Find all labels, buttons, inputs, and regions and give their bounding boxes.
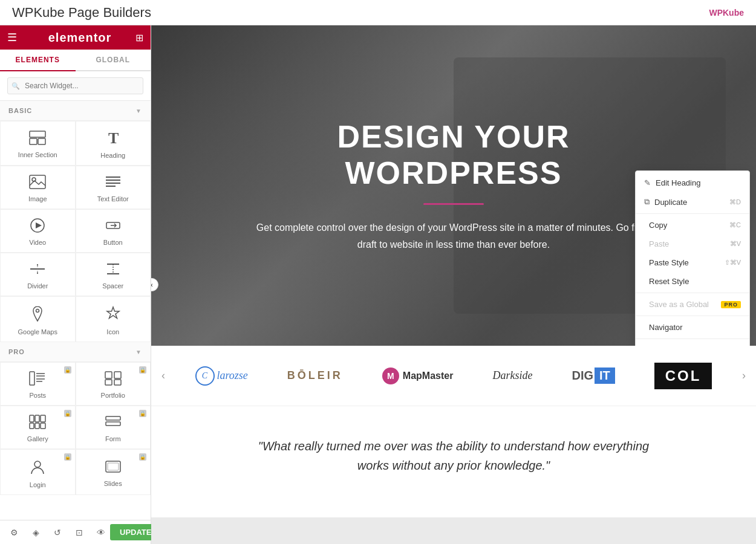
copy-shortcut: ⌘C (729, 221, 741, 229)
spacer-icon (105, 262, 122, 279)
widget-label-google-maps: Google Maps (18, 328, 57, 335)
hero-title: DESIGN YOUR WORDPRESS (248, 118, 659, 191)
context-menu-duplicate[interactable]: ⧉ Duplicate ⌘D (636, 192, 749, 212)
menu-divider-1 (636, 213, 749, 214)
heading-icon: T (106, 130, 120, 148)
logos-prev-button[interactable]: ‹ (151, 346, 175, 406)
svg-marker-15 (37, 264, 38, 268)
login-icon (29, 458, 46, 478)
widget-search-container (0, 71, 151, 101)
history-button[interactable]: ↺ (48, 523, 67, 542)
tab-global[interactable]: GLOBAL (76, 50, 151, 70)
pro-widgets-grid: 🔒 Posts 🔒 (0, 362, 151, 495)
svg-rect-36 (106, 416, 120, 420)
widget-label-inner-section: Inner Section (18, 151, 57, 158)
svg-rect-35 (41, 423, 45, 429)
logos-next-button[interactable]: › (732, 346, 756, 406)
section-header-pro[interactable]: PRO ▼ (0, 342, 151, 362)
tab-elements[interactable]: ELEMENTS (0, 50, 76, 71)
widget-label-posts: Posts (29, 392, 46, 399)
widget-text-editor[interactable]: Text Editor (76, 166, 151, 209)
context-menu-edit-heading[interactable]: ✎ Edit Heading (636, 173, 749, 192)
svg-marker-16 (37, 270, 38, 274)
slides-icon (105, 459, 122, 476)
hero-content: DESIGN YOUR WORDPRESS Get complete contr… (224, 82, 683, 288)
section-label-basic: BASIC (8, 107, 32, 114)
google-maps-icon (30, 305, 45, 325)
logo-col-text: COL (654, 363, 712, 389)
elementor-logo: elementor (24, 31, 135, 45)
menu-icon[interactable]: ☰ (7, 31, 17, 44)
widget-slides[interactable]: 🔒 Slides (76, 449, 151, 495)
svg-rect-1 (30, 138, 37, 144)
svg-rect-40 (108, 463, 119, 470)
context-menu-delete[interactable]: 🗑 Delete ⌦ (636, 341, 749, 346)
widget-google-maps[interactable]: Google Maps (0, 296, 76, 342)
icon-widget-icon (105, 305, 122, 325)
widget-button[interactable]: Button (76, 209, 151, 253)
duplicate-icon: ⧉ (644, 197, 650, 207)
widget-label-login: Login (30, 481, 46, 488)
widget-heading[interactable]: T Heading (76, 121, 151, 166)
paste-label: Paste (649, 239, 669, 248)
context-menu-paste: Paste ⌘V (636, 235, 749, 253)
widget-label-image: Image (28, 195, 47, 202)
logo-boleir: BŌLEIR (287, 358, 343, 394)
widget-label-icon: Icon (106, 328, 119, 335)
svg-rect-4 (30, 175, 45, 189)
menu-divider-2 (636, 293, 749, 293)
responsive-button[interactable]: ⊡ (70, 523, 88, 542)
widget-form[interactable]: 🔒 Form (76, 406, 151, 449)
paste-style-label: Paste Style (649, 258, 689, 267)
text-editor-icon (105, 175, 122, 192)
content-area: ‹ DESIGN YOUR WORDPRESS Get complete con… (151, 25, 756, 544)
widget-portfolio[interactable]: 🔒 Portfolio (76, 362, 151, 406)
logo-darkside: Darkside (492, 358, 532, 394)
widget-gallery[interactable]: 🔒 Gallery (0, 406, 76, 449)
svg-rect-37 (106, 422, 120, 426)
preview-button[interactable]: 👁 (92, 523, 110, 542)
context-menu-copy[interactable]: Copy ⌘C (636, 216, 749, 235)
context-menu-reset-style[interactable]: Reset Style (636, 272, 749, 291)
widget-posts[interactable]: 🔒 Posts (0, 362, 76, 406)
search-input[interactable] (7, 77, 143, 94)
logo-col: COL (654, 358, 712, 394)
widget-label-divider: Divider (27, 282, 48, 290)
logo-dig-text: DIG (572, 369, 593, 383)
context-menu-save-global[interactable]: Save as a Global PRO (636, 295, 749, 314)
search-wrap (7, 77, 143, 94)
widget-spacer[interactable]: Spacer (76, 253, 151, 296)
svg-text:T: T (108, 130, 119, 146)
widget-icon[interactable]: Icon (76, 296, 151, 342)
widget-image[interactable]: Image (0, 166, 76, 209)
context-menu-navigator[interactable]: Navigator (636, 318, 749, 337)
section-header-basic[interactable]: BASIC ▼ (0, 101, 151, 121)
widget-inner-section[interactable]: Inner Section (0, 121, 76, 166)
widget-label-video: Video (29, 239, 46, 246)
logo-digit: DIG IT (572, 358, 614, 394)
pro-tag: PRO (721, 301, 741, 308)
menu-divider-3 (636, 316, 749, 316)
reset-style-label: Reset Style (649, 277, 689, 286)
main-layout: ☰ elementor ⊞ ELEMENTS GLOBAL BASIC ▼ (0, 25, 756, 544)
svg-rect-28 (105, 380, 112, 385)
top-bar: WPKube Page Builders WPKube (0, 0, 756, 25)
video-icon (29, 218, 46, 235)
pro-chevron-icon: ▼ (135, 349, 142, 355)
paste-shortcut: ⌘V (730, 240, 741, 248)
context-menu-paste-style[interactable]: Paste Style ⇧⌘V (636, 253, 749, 272)
logo-it-text: IT (595, 368, 615, 384)
theme-button[interactable]: ◈ (27, 523, 45, 542)
widget-login[interactable]: 🔒 Login (0, 449, 76, 495)
svg-point-20 (36, 309, 39, 312)
duplicate-label: Duplicate (654, 198, 687, 207)
widget-label-slides: Slides (104, 480, 122, 487)
pro-badge-slides: 🔒 (139, 453, 146, 461)
grid-icon[interactable]: ⊞ (135, 32, 143, 44)
wpkube-link[interactable]: WPKube (709, 8, 744, 18)
logo-boleir-text: BŌLEIR (287, 369, 343, 382)
settings-button[interactable]: ⚙ (5, 523, 23, 542)
save-global-label: Save as a Global (649, 300, 709, 309)
widget-video[interactable]: Video (0, 209, 76, 253)
widget-divider[interactable]: Divider (0, 253, 76, 296)
